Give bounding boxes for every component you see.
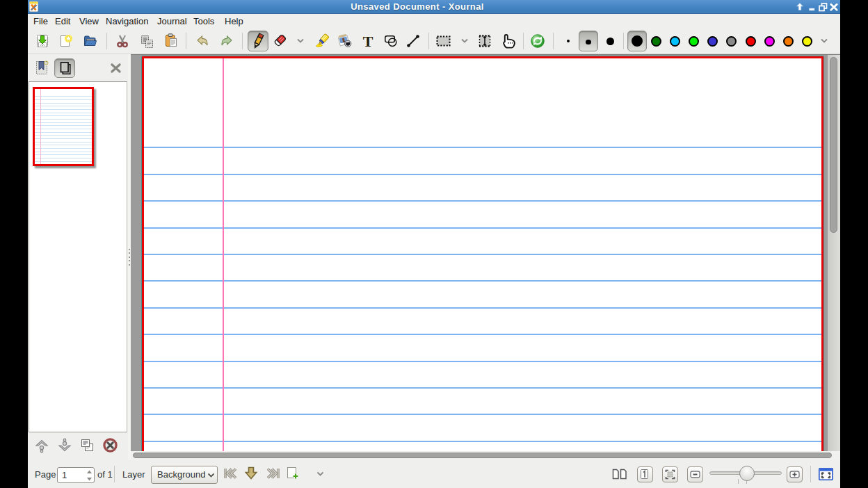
svg-text:T: T [363,33,373,49]
